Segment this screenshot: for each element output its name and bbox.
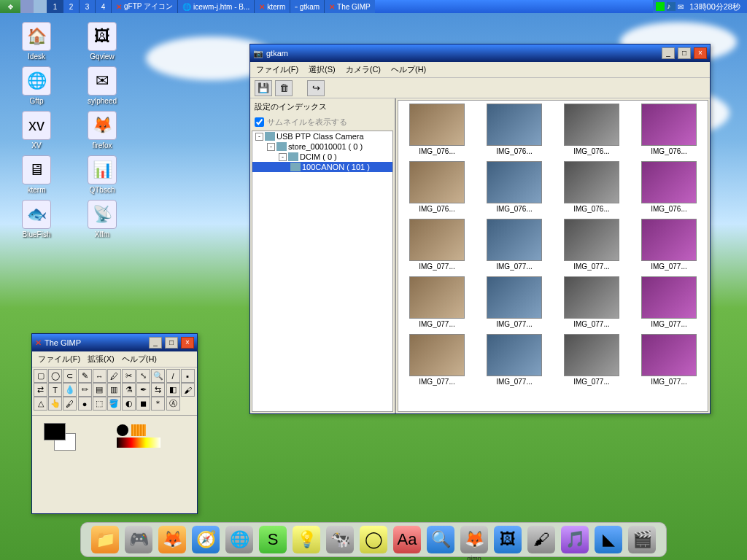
gimp-tool[interactable]: ⇆ <box>151 383 165 397</box>
dock-item[interactable]: 🐄 <box>326 526 354 553</box>
gimp-tool[interactable]: 👆 <box>48 397 62 411</box>
desktop-icon-bluefish[interactable]: 🐟BlueFish <box>15 200 58 238</box>
close-button[interactable]: × <box>181 337 194 349</box>
tray-icon[interactable]: ♪ <box>667 2 676 11</box>
desktop-icon-xv[interactable]: xvXV <box>15 111 58 149</box>
desktop-icon-kterm[interactable]: 🖥kterm <box>15 155 58 194</box>
show-desktop-button[interactable] <box>20 0 34 13</box>
thumbnail[interactable]: IMG_077... <box>633 334 705 386</box>
gimp-tool[interactable]: ✎ <box>78 369 92 383</box>
thumbnail[interactable]: IMG_077... <box>401 219 473 271</box>
menu-item[interactable]: ファイル(F) <box>38 354 80 365</box>
tree-expand-icon[interactable]: - <box>279 153 287 161</box>
gimp-tool[interactable]: ▤ <box>93 383 107 397</box>
gimp-tool[interactable]: ◯ <box>48 369 62 383</box>
thumbnail[interactable]: IMG_077... <box>479 276 550 328</box>
dock-item[interactable]: 📁 <box>91 526 119 553</box>
dock-item[interactable]: 🌐 <box>225 526 253 553</box>
color-swatch[interactable] <box>44 423 80 452</box>
tree-node[interactable]: -store_00010001 ( 0 ) <box>252 141 392 152</box>
delete-button[interactable]: 🗑 <box>275 80 293 96</box>
gimp-tool[interactable]: ▪ <box>181 369 195 383</box>
thumbnail[interactable]: IMG_076... <box>479 104 550 155</box>
thumbnail[interactable]: IMG_077... <box>401 276 473 328</box>
gimp-tool[interactable]: Ⓐ <box>166 397 180 411</box>
dock-item[interactable]: 💡 <box>293 526 320 553</box>
thumbnail[interactable]: IMG_077... <box>479 334 550 386</box>
desktop-icon-firefox[interactable]: 🦊firefox <box>80 111 124 149</box>
menu-item[interactable]: 選択(S) <box>309 64 336 75</box>
thumbnail[interactable]: IMG_077... <box>401 334 473 386</box>
dock-item[interactable]: 🎬 <box>628 526 656 553</box>
dock-item[interactable]: 🧭 <box>192 526 220 553</box>
desktop-icon-qtbsch[interactable]: 📊QTbsch <box>80 155 124 194</box>
gimp-tool[interactable]: 🖌 <box>181 383 195 397</box>
dock-item[interactable]: 🦊gimp <box>460 526 488 553</box>
thumbnail-checkbox-input[interactable] <box>255 117 264 127</box>
gimp-titlebar[interactable]: ⨯ The GIMP _ □ × <box>32 334 197 351</box>
gimp-tool[interactable]: 💧 <box>63 383 77 397</box>
gimp-tool[interactable]: 🪣 <box>107 397 121 411</box>
dock-item[interactable]: Aa <box>393 526 421 553</box>
dock-item[interactable]: 🔍 <box>427 526 454 553</box>
dock-item[interactable]: S <box>259 526 287 553</box>
start-button[interactable]: ❖ <box>0 0 20 13</box>
thumbnail[interactable]: IMG_077... <box>633 276 705 328</box>
thumbnail[interactable]: IMG_076... <box>401 161 473 213</box>
gradient-preview[interactable] <box>117 423 160 452</box>
save-button[interactable]: 💾 <box>255 80 272 96</box>
dock-item[interactable]: 🖼 <box>494 526 522 553</box>
tray-mail-icon[interactable]: ✉ <box>678 3 684 11</box>
gimp-tool[interactable]: ▢ <box>34 369 47 383</box>
gimp-tool[interactable]: / <box>166 369 180 383</box>
foreground-color[interactable] <box>44 423 66 440</box>
minimize-button[interactable]: _ <box>149 337 162 349</box>
close-button[interactable]: × <box>694 47 707 59</box>
workspace-1[interactable]: 1 <box>47 0 63 13</box>
camera-tree[interactable]: -USB PTP Class Camera-store_00010001 ( 0… <box>252 131 393 412</box>
thumbnail[interactable]: IMG_077... <box>556 276 627 328</box>
workspace-4[interactable]: 4 <box>95 0 111 13</box>
menu-item[interactable]: ファイル(F) <box>256 64 298 75</box>
minimize-button[interactable]: _ <box>662 47 675 59</box>
taskbar-item[interactable]: ✕The GIMP <box>324 0 375 13</box>
menu-item[interactable]: ヘルプ(H) <box>122 354 157 365</box>
tree-node[interactable]: -DCIM ( 0 ) <box>252 152 392 162</box>
gimp-tool[interactable]: 🔍 <box>151 369 165 383</box>
gimp-tool[interactable]: ⊂ <box>63 369 77 383</box>
thumbnail[interactable]: IMG_076... <box>401 104 473 155</box>
menu-item[interactable]: カメラ(C) <box>346 64 381 75</box>
desktop-icon-gqview[interactable]: 🖼Gqview <box>80 22 124 61</box>
maximize-button[interactable]: □ <box>165 337 178 349</box>
gimp-tool[interactable]: ⚗ <box>122 383 136 397</box>
maximize-button[interactable]: □ <box>678 47 691 59</box>
gimp-tool[interactable]: ✏ <box>78 383 92 397</box>
gimp-tool[interactable]: ▥ <box>107 383 121 397</box>
dock-item[interactable]: 🦊 <box>158 526 186 553</box>
thumbnail[interactable]: IMG_076... <box>556 161 627 213</box>
gimp-tool[interactable]: ✒ <box>136 383 150 397</box>
gimp-tool[interactable]: ✂ <box>122 369 136 383</box>
gimp-tool[interactable]: ⬚ <box>93 397 107 411</box>
dock-item[interactable]: ◯ <box>360 526 387 553</box>
exit-button[interactable]: ↪ <box>307 80 325 96</box>
thumbnail[interactable]: IMG_077... <box>556 334 627 386</box>
desktop-icon-xffm[interactable]: 📡Xffm <box>80 200 124 238</box>
taskbar-item[interactable]: ✕gFTP アイコン <box>111 0 177 13</box>
thumbnail[interactable]: IMG_076... <box>556 104 627 155</box>
gimp-tool[interactable]: 🖋 <box>63 397 77 411</box>
workspace-2[interactable]: 2 <box>63 0 79 13</box>
taskbar-item[interactable]: ✕kterm <box>254 0 290 13</box>
gimp-tool[interactable]: 🖊 <box>107 369 121 383</box>
tray-icon[interactable] <box>656 2 665 11</box>
tree-node[interactable]: -USB PTP Class Camera <box>252 131 392 141</box>
desktop-icon-idesk[interactable]: 🏠Idesk <box>15 22 58 61</box>
workspace-3[interactable]: 3 <box>79 0 95 13</box>
tree-node[interactable]: 100CANON ( 101 ) <box>252 162 392 172</box>
dock-item[interactable]: ◣ <box>595 526 622 553</box>
tree-expand-icon[interactable]: - <box>267 143 275 151</box>
thumbnail[interactable]: IMG_077... <box>479 219 550 271</box>
gimp-tool[interactable]: ◼ <box>136 397 150 411</box>
thumbnail-pane[interactable]: IMG_076...IMG_076...IMG_076...IMG_076...… <box>398 100 708 412</box>
tree-expand-icon[interactable]: - <box>255 133 263 141</box>
